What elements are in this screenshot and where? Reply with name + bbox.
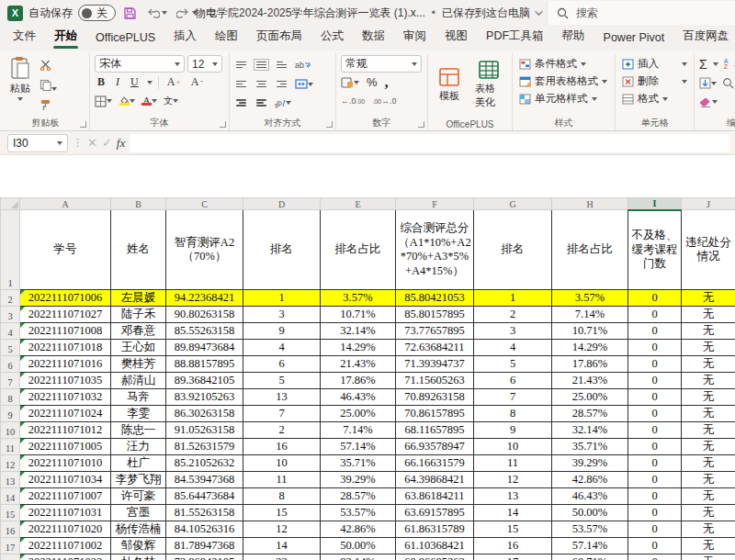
cell-H16[interactable]: 53.57% (552, 521, 628, 538)
cell-I10[interactable]: 0 (628, 422, 682, 439)
cell-E5[interactable]: 14.29% (321, 340, 396, 356)
cell-F16[interactable]: 61.86315789 (396, 521, 474, 538)
cell-B2[interactable]: 左晨媛 (111, 290, 166, 307)
cell-I13[interactable]: 0 (628, 472, 682, 488)
cell-D5[interactable]: 4 (243, 340, 321, 356)
cell-J11[interactable]: 无 (682, 439, 735, 455)
autosave-toggle[interactable]: 关 (78, 5, 116, 21)
row-header-11[interactable]: 11 (1, 439, 20, 455)
cell-D12[interactable]: 10 (243, 455, 321, 472)
cell-F3[interactable]: 85.80157895 (396, 307, 474, 323)
cell-H12[interactable]: 39.29% (552, 455, 628, 472)
cell-G18[interactable]: 17 (474, 554, 552, 560)
cell-E3[interactable]: 10.71% (321, 307, 396, 323)
format-as-table-button[interactable]: 套用表格格式 (517, 73, 610, 90)
tab-Power Pivot[interactable]: Power Pivot (594, 27, 674, 50)
cell-F2[interactable]: 85.80421053 (396, 290, 474, 307)
cell-J5[interactable]: 无 (682, 340, 735, 356)
cell-G8[interactable]: 7 (474, 389, 552, 406)
cell-B18[interactable]: 杜冬林 (111, 554, 166, 560)
tab-文件[interactable]: 文件 (4, 24, 45, 50)
cell-G11[interactable]: 10 (474, 439, 552, 455)
row-header-17[interactable]: 17 (1, 538, 20, 554)
cell-F17[interactable]: 61.10368421 (396, 538, 474, 554)
cell-C14[interactable]: 85.64473684 (166, 488, 243, 505)
cell-C10[interactable]: 91.05263158 (166, 422, 243, 439)
cell-E11[interactable]: 57.14% (321, 439, 396, 455)
formula-bar-splitter[interactable]: ⋮ (73, 137, 83, 149)
row-header-8[interactable]: 8 (1, 389, 20, 406)
cell-F1[interactable]: 综合测评总分（A1*10%+A2*70%+A3*5%+A4*15%） (396, 210, 474, 290)
cell-B3[interactable]: 陆子禾 (111, 307, 166, 323)
cell-E4[interactable]: 32.14% (321, 323, 396, 340)
row-header-15[interactable]: 15 (1, 505, 20, 521)
cell-J3[interactable]: 无 (682, 307, 735, 323)
cell-B8[interactable]: 马奔 (111, 389, 166, 406)
cell-C8[interactable]: 83.92105263 (166, 389, 243, 406)
cell-F18[interactable]: 60.86605263 (396, 554, 474, 560)
tab-开始[interactable]: 开始 (45, 24, 86, 50)
cell-G15[interactable]: 14 (474, 505, 552, 521)
cell-B6[interactable]: 樊桂芳 (111, 356, 166, 373)
cell-G3[interactable]: 2 (474, 307, 552, 323)
cell-E9[interactable]: 25.00% (321, 406, 396, 422)
cut-button[interactable] (40, 58, 57, 74)
cell-C7[interactable]: 89.36842105 (166, 373, 243, 389)
row-header-10[interactable]: 10 (1, 422, 20, 439)
cell-A4[interactable]: 2022111071008 (20, 323, 111, 340)
row-header-6[interactable]: 6 (1, 356, 20, 373)
accounting-format-button[interactable] (341, 77, 359, 88)
cell-H13[interactable]: 42.86% (552, 472, 628, 488)
borders-button[interactable] (95, 95, 112, 107)
formula-input[interactable] (130, 134, 729, 152)
cell-H1[interactable]: 排名占比 (552, 210, 628, 290)
cell-C5[interactable]: 89.89473684 (166, 340, 243, 356)
column-header-B[interactable]: B (111, 198, 166, 210)
cell-F7[interactable]: 71.15605263 (396, 373, 474, 389)
cell-D17[interactable]: 14 (243, 538, 321, 554)
cell-I17[interactable]: 0 (628, 538, 682, 554)
row-header-9[interactable]: 9 (1, 406, 20, 422)
cell-I7[interactable]: 0 (628, 373, 682, 389)
align-right-button[interactable] (277, 81, 287, 88)
cell-C18[interactable]: 73.86842105 (166, 554, 243, 560)
tab-OfficePLUS[interactable]: OfficePLUS (86, 27, 164, 50)
select-all-corner[interactable] (1, 198, 20, 210)
orientation-button[interactable]: ab (275, 98, 291, 108)
bold-button[interactable]: B (95, 74, 107, 90)
cell-H10[interactable]: 32.14% (552, 422, 628, 439)
cell-J10[interactable]: 无 (682, 422, 735, 439)
row-header-14[interactable]: 14 (1, 488, 20, 505)
cell-A2[interactable]: 2022111071006 (20, 290, 111, 307)
cell-J1[interactable]: 违纪处分情况 (682, 210, 735, 290)
italic-button[interactable]: I (113, 74, 122, 90)
undo-button[interactable] (144, 7, 169, 19)
phonetic-guide-button[interactable]: 文 (164, 95, 178, 107)
cell-A7[interactable]: 2022111071035 (20, 373, 111, 389)
cell-E16[interactable]: 42.86% (321, 521, 396, 538)
cell-E10[interactable]: 7.14% (321, 422, 396, 439)
cell-D3[interactable]: 3 (243, 307, 321, 323)
cell-F9[interactable]: 70.86157895 (396, 406, 474, 422)
underline-button[interactable]: U (128, 74, 141, 90)
cell-F6[interactable]: 71.39394737 (396, 356, 474, 373)
cell-J12[interactable]: 无 (682, 455, 735, 472)
cell-H18[interactable]: 60.71% (552, 554, 628, 560)
cell-J15[interactable]: 无 (682, 505, 735, 521)
cell-E17[interactable]: 50.00% (321, 538, 396, 554)
cell-G2[interactable]: 1 (474, 290, 552, 307)
fill-color-button[interactable] (119, 96, 135, 106)
cell-J8[interactable]: 无 (682, 389, 735, 406)
tab-数据[interactable]: 数据 (353, 24, 394, 50)
cell-B12[interactable]: 杜广 (111, 455, 166, 472)
cell-A8[interactable]: 2022111071032 (20, 389, 111, 406)
cell-G4[interactable]: 3 (474, 323, 552, 340)
cell-styles-button[interactable]: 单元格样式 (517, 90, 610, 107)
cell-B4[interactable]: 邓春意 (111, 323, 166, 340)
table-beautify-button[interactable]: 表格美化 (471, 59, 505, 110)
cell-G13[interactable]: 12 (474, 472, 552, 488)
row-header-4[interactable]: 4 (1, 323, 20, 340)
insert-cells-button[interactable]: 插入 (620, 55, 689, 73)
grow-font-button[interactable]: A^ (164, 74, 183, 90)
cell-H11[interactable]: 35.71% (552, 439, 628, 455)
